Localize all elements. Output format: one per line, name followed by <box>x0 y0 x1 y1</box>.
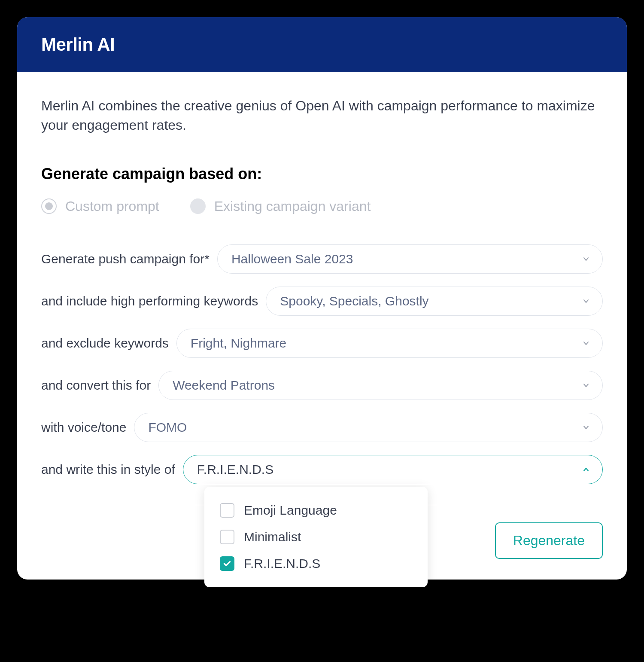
radio-icon <box>190 198 206 214</box>
style-option-emoji-language[interactable]: Emoji Language <box>216 497 416 524</box>
panel-body: Merlin AI combines the creative genius o… <box>17 72 627 580</box>
include-label: and include high performing keywords <box>41 294 258 308</box>
checkbox-checked-icon <box>220 556 234 571</box>
regenerate-button[interactable]: Regenerate <box>495 522 603 559</box>
tone-row: with voice/tone FOMO <box>41 413 603 442</box>
style-row: and write this in style of F.R.I.E.N.D.S… <box>41 455 603 484</box>
checkbox-icon <box>220 503 234 518</box>
tone-value: FOMO <box>148 420 187 435</box>
chevron-down-icon <box>582 297 590 305</box>
include-keywords-row: and include high performing keywords Spo… <box>41 287 603 316</box>
exclude-keywords-select[interactable]: Fright, Nighmare <box>176 329 603 358</box>
radio-existing-variant[interactable]: Existing campaign variant <box>190 198 371 214</box>
campaign-value: Halloween Sale 2023 <box>231 252 353 266</box>
panel-title: Merlin AI <box>41 34 603 55</box>
radio-icon <box>41 198 57 214</box>
audience-select[interactable]: Weekend Patrons <box>158 371 603 400</box>
style-select[interactable]: F.R.I.E.N.D.S <box>183 455 603 484</box>
chevron-down-icon <box>582 381 590 390</box>
style-dropdown-panel: Emoji Language Minimalist F.R.I.E.N.D.S <box>204 487 428 587</box>
generation-mode-radios: Custom prompt Existing campaign variant <box>41 198 603 214</box>
radio-custom-prompt[interactable]: Custom prompt <box>41 198 159 214</box>
chevron-down-icon <box>582 423 590 432</box>
chevron-up-icon <box>582 465 590 474</box>
option-label: Minimalist <box>244 530 301 544</box>
exclude-label: and exclude keywords <box>41 336 169 351</box>
radio-label: Existing campaign variant <box>214 198 371 214</box>
merlin-ai-panel: Merlin AI Merlin AI combines the creativ… <box>17 17 627 580</box>
audience-value: Weekend Patrons <box>173 378 275 393</box>
style-label: and write this in style of <box>41 462 175 477</box>
chevron-down-icon <box>582 255 590 263</box>
style-value: F.R.I.E.N.D.S <box>197 462 273 477</box>
include-value: Spooky, Specials, Ghostly <box>280 294 428 308</box>
campaign-field-row: Generate push campaign for* Halloween Sa… <box>41 244 603 274</box>
style-option-friends[interactable]: F.R.I.E.N.D.S <box>216 550 416 577</box>
exclude-value: Fright, Nighmare <box>191 336 286 351</box>
option-label: F.R.I.E.N.D.S <box>244 556 320 571</box>
panel-header: Merlin AI <box>17 17 627 72</box>
campaign-label: Generate push campaign for* <box>41 252 210 266</box>
intro-text: Merlin AI combines the creative genius o… <box>41 96 603 135</box>
audience-label: and convert this for <box>41 378 151 393</box>
radio-label: Custom prompt <box>65 198 159 214</box>
campaign-select[interactable]: Halloween Sale 2023 <box>217 244 603 274</box>
chevron-down-icon <box>582 339 590 348</box>
tone-select[interactable]: FOMO <box>134 413 603 442</box>
option-label: Emoji Language <box>244 503 337 518</box>
style-option-minimalist[interactable]: Minimalist <box>216 524 416 550</box>
exclude-keywords-row: and exclude keywords Fright, Nighmare <box>41 329 603 358</box>
section-title: Generate campaign based on: <box>41 165 603 183</box>
checkbox-icon <box>220 530 234 544</box>
audience-row: and convert this for Weekend Patrons <box>41 371 603 400</box>
tone-label: with voice/tone <box>41 420 126 435</box>
include-keywords-select[interactable]: Spooky, Specials, Ghostly <box>266 287 603 316</box>
